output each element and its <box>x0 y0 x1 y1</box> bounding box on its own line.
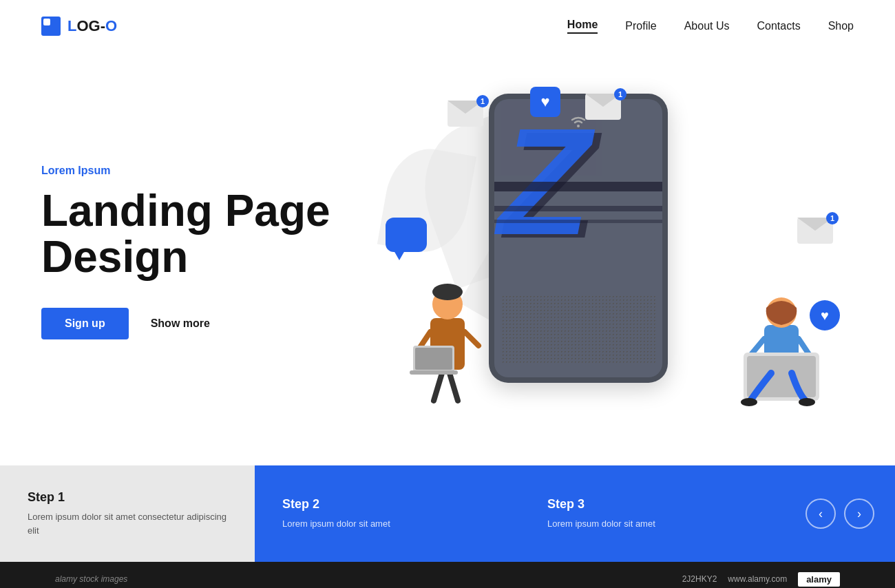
nav-contacts[interactable]: Contacts <box>757 20 800 32</box>
logo-rest: OG- <box>76 17 105 34</box>
footer-watermark-text: alamy stock images <box>55 574 127 584</box>
envelope-icon-2: 1 <box>585 94 621 120</box>
nav-about[interactable]: About Us <box>684 20 730 32</box>
svg-point-5 <box>432 284 463 300</box>
heart-float-top: ♥ <box>530 87 560 117</box>
step-3-box: Step 3 Lorem ipsum dolor sit amet <box>520 465 785 562</box>
phone-illustration: Z Z <box>489 94 668 383</box>
step-3-desc: Lorem ipsum dolor sit amet <box>547 517 757 531</box>
heart-icon-right: ♥ <box>810 300 840 330</box>
nav-home[interactable]: Home <box>567 19 598 34</box>
step-2-desc: Lorem ipsum dolor sit amet <box>282 517 492 531</box>
dot-pattern <box>501 295 655 364</box>
envelope-badge-3: 1 <box>826 212 839 224</box>
step-1-title: Step 1 <box>28 490 227 505</box>
envelope-3: 1 <box>797 218 833 244</box>
envelope-icon-1: 1 <box>448 101 483 127</box>
alamy-badge: alamy <box>798 572 840 587</box>
glitch-bar-3 <box>494 220 662 223</box>
hero-section: Lorem Ipsum Landing Page Design Sign up … <box>0 52 895 465</box>
prev-arrow-button[interactable]: ‹ <box>806 498 836 529</box>
footer: alamy stock images 2J2HKY2 www.alamy.com… <box>0 562 895 588</box>
show-more-button[interactable]: Show more <box>151 317 210 330</box>
step-2-box: Step 2 Lorem ipsum dolor sit amet <box>255 465 520 562</box>
main-nav: Home Profile About Us Contacts Shop <box>567 19 854 34</box>
person-standing <box>410 256 485 410</box>
step-1-desc: Lorem ipsum dolor sit amet consectetur a… <box>28 510 227 537</box>
hero-content: Lorem Ipsum Landing Page Design Sign up … <box>41 165 372 339</box>
heart-float-right: ♥ <box>810 300 840 330</box>
speech-bubble <box>386 218 427 252</box>
hero-title: Landing Page Design <box>41 188 372 280</box>
footer-watermark-url: www.alamy.com <box>728 574 787 584</box>
step-3-title: Step 3 <box>547 497 757 512</box>
logo-text: LOG-O <box>67 17 117 35</box>
svg-point-17 <box>741 398 757 406</box>
hero-subtitle: Lorem Ipsum <box>41 165 372 177</box>
next-arrow-button[interactable]: › <box>844 498 874 529</box>
envelope-badge-1: 1 <box>476 95 489 107</box>
glitch-bar-2 <box>494 206 662 211</box>
envelope-badge-2: 1 <box>614 88 626 101</box>
envelope-icon-3: 1 <box>797 218 833 244</box>
hero-buttons: Sign up Show more <box>41 308 372 339</box>
logo[interactable]: LOG-O <box>41 17 117 36</box>
header: LOG-O Home Profile About Us Contacts Sho… <box>0 0 895 52</box>
hero-title-line2: Design <box>41 232 188 282</box>
footer-content: alamy stock images 2J2HKY2 www.alamy.com… <box>41 567 854 589</box>
svg-rect-10 <box>410 370 458 375</box>
logo-blue: L <box>67 17 76 34</box>
svg-line-7 <box>465 332 478 346</box>
step-navigation: ‹ › <box>785 465 895 562</box>
svg-rect-9 <box>415 348 452 370</box>
envelope-1: 1 <box>448 101 483 127</box>
phone-screen: Z Z <box>494 99 662 377</box>
footer-image-id: 2J2HKY2 <box>682 574 717 584</box>
steps-section: Step 1 Lorem ipsum dolor sit amet consec… <box>0 465 895 562</box>
nav-profile[interactable]: Profile <box>625 20 656 32</box>
logo-icon <box>41 17 61 36</box>
signup-button[interactable]: Sign up <box>41 308 129 339</box>
envelope-2: 1 <box>585 94 621 120</box>
hero-illustration: Z Z 1 ♥ <box>372 80 854 424</box>
nav-shop[interactable]: Shop <box>828 20 854 32</box>
heart-icon-top: ♥ <box>530 87 560 117</box>
hero-title-line1: Landing Page <box>41 186 330 235</box>
footer-badge-area: 2J2HKY2 www.alamy.com alamy <box>682 572 840 587</box>
glitch-bar-1 <box>494 182 662 191</box>
bubble-icon <box>386 218 427 252</box>
step-2-title: Step 2 <box>282 497 492 512</box>
step-1-box: Step 1 Lorem ipsum dolor sit amet consec… <box>0 465 255 562</box>
svg-point-18 <box>799 398 815 406</box>
